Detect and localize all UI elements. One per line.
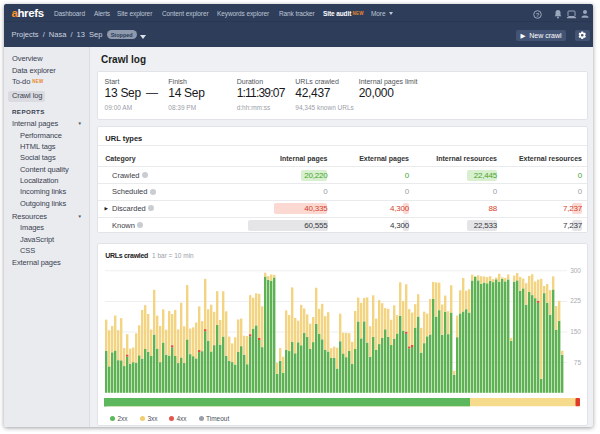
svg-text:150: 150 <box>570 328 581 335</box>
svg-text:75: 75 <box>574 358 582 365</box>
svg-text:300: 300 <box>570 266 581 273</box>
svg-text:?: ? <box>535 11 539 17</box>
svg-text:225: 225 <box>570 297 581 304</box>
